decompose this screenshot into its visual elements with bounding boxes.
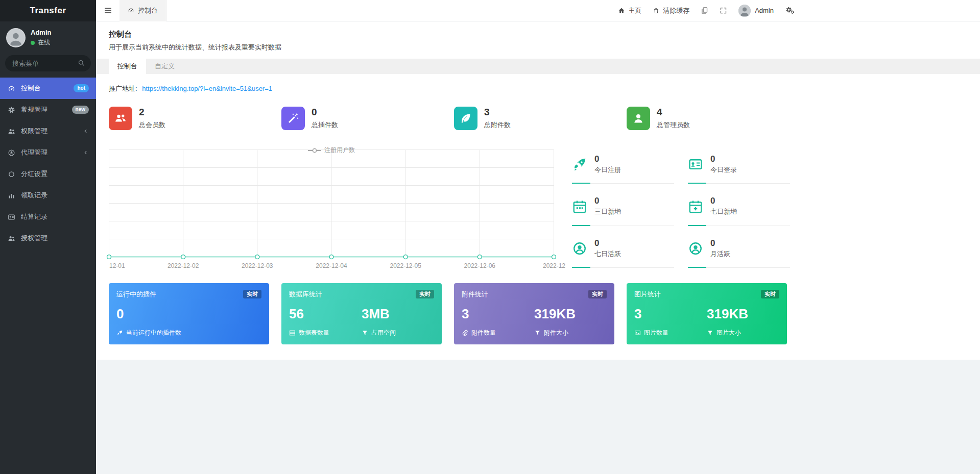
- topbar-user-menu[interactable]: Admin: [738, 5, 774, 17]
- panel-body: 推广地址: https://thekking.top/?l=en&invite=…: [96, 74, 980, 360]
- fullscreen-button[interactable]: [720, 7, 727, 14]
- panel-tabstrip: 控制台 自定义: [96, 59, 980, 74]
- rocket-icon: [116, 330, 123, 336]
- legend-marker-icon: [308, 148, 321, 153]
- online-dot-icon: [31, 41, 35, 45]
- home-label: 主页: [628, 6, 641, 15]
- topbar-username: Admin: [755, 7, 774, 14]
- mini-stat-today-login: 0 今日登录: [688, 145, 790, 184]
- card-descs: 当前运行中的插件数: [116, 329, 261, 337]
- mini-label: 三日新增: [594, 207, 621, 216]
- card-value: 3: [462, 307, 534, 320]
- card-desc-label: 数据表数量: [299, 329, 329, 337]
- dashboard-icon: [128, 7, 134, 14]
- sidebar-item-label: 领取记录: [21, 191, 47, 200]
- sidebar-item-dashboard[interactable]: 控制台 hot: [0, 78, 96, 99]
- sidebar-item-dividend[interactable]: 分红设置: [0, 163, 96, 185]
- users-icon: [7, 235, 15, 242]
- gear-icon: [7, 106, 15, 114]
- copy-pages-button[interactable]: [701, 7, 708, 14]
- stat-value: 4: [657, 107, 690, 118]
- card-database-stats: 数据库统计 实时 56 3MB: [281, 283, 442, 344]
- mini-value: 0: [594, 239, 621, 247]
- mini-value: 0: [710, 196, 737, 205]
- sidebar-toggle-button[interactable]: [96, 0, 119, 21]
- promo-link[interactable]: https://thekking.top/?l=en&invite=51&use…: [142, 85, 272, 92]
- sidebar-item-label: 结算记录: [21, 212, 47, 221]
- user-avatar[interactable]: [6, 28, 26, 47]
- card-desc-label: 当前运行中的插件数: [126, 329, 181, 337]
- content-area: 控制台 用于展示当前系统中的统计数据、统计报表及重要实时数据 控制台 自定义 推…: [96, 21, 980, 474]
- funnel-icon: [362, 330, 368, 336]
- home-button[interactable]: 主页: [618, 6, 641, 15]
- stats-row: 2 总会员数 0 总插件数: [109, 107, 799, 130]
- settings-button[interactable]: [785, 7, 795, 14]
- app-title: Transfer: [0, 0, 96, 21]
- mini-label: 今日登录: [710, 165, 737, 174]
- sidebar: Transfer Admin 在线: [0, 0, 96, 474]
- members-icon: [109, 107, 132, 130]
- card-desc: 数据表数量: [289, 329, 362, 337]
- bars-icon: [7, 192, 15, 199]
- stat-value: 2: [139, 107, 165, 118]
- sidebar-item-agents[interactable]: 代理管理: [0, 142, 96, 163]
- card-value2: 3MB: [362, 307, 434, 320]
- tab-custom[interactable]: 自定义: [146, 59, 183, 74]
- mini-text: 0 七日活跃: [594, 239, 621, 259]
- mini-label: 月活跃: [710, 250, 730, 259]
- sidebar-item-label: 控制台: [21, 84, 41, 93]
- mini-stat-month-active: 0 月活跃: [688, 230, 790, 268]
- avatar-icon: [738, 5, 751, 17]
- copy-icon: [701, 7, 708, 14]
- user-name: Admin: [31, 29, 51, 37]
- legend-label: 注册用户数: [324, 146, 355, 155]
- chevron-left-icon: [83, 128, 89, 134]
- stat-attachments: 3 总附件数: [454, 107, 614, 130]
- user-status: 在线: [31, 38, 51, 47]
- stat-label: 总管理员数: [657, 120, 690, 130]
- chart-legend: 注册用户数: [109, 146, 554, 155]
- x-tick: 2022-12-06: [464, 262, 496, 269]
- card-values: 3 319KB: [634, 307, 779, 320]
- tab-dashboard[interactable]: 控制台: [109, 59, 146, 74]
- promo-line: 推广地址: https://thekking.top/?l=en&invite=…: [109, 84, 967, 93]
- card-desc-label: 图片数量: [644, 329, 668, 337]
- card-running-plugins: 运行中的插件 实时 0 当前: [109, 283, 269, 344]
- mini-text: 0 三日新增: [594, 196, 621, 216]
- trash-icon: [653, 7, 660, 14]
- topbar-tab-dashboard[interactable]: 控制台: [119, 0, 166, 21]
- avatar-icon: [7, 29, 25, 46]
- users-icon: [7, 128, 15, 135]
- mini-label: 七日新增: [710, 207, 737, 216]
- card-descs: 图片数量 图片大小: [634, 329, 779, 337]
- card-value: 56: [289, 307, 362, 320]
- id-card-icon: [688, 157, 705, 172]
- card-title: 附件统计: [462, 290, 488, 299]
- sidebar-item-general[interactable]: 常规管理 new: [0, 99, 96, 120]
- funnel-icon: [534, 330, 541, 336]
- summary-cards-row: 运行中的插件 实时 0 当前: [109, 283, 799, 344]
- card-desc2-label: 图片大小: [716, 329, 741, 337]
- card-top: 数据库统计 实时: [289, 290, 434, 299]
- sidebar-item-settlement[interactable]: 结算记录: [0, 206, 96, 228]
- sidebar-item-permissions[interactable]: 权限管理: [0, 120, 96, 142]
- chevron-left-icon: [83, 149, 89, 156]
- card-desc2: 附件大小: [534, 329, 607, 337]
- stat-label: 总附件数: [484, 120, 511, 130]
- table-icon: [289, 330, 296, 336]
- mini-text: 0 七日新增: [710, 196, 737, 216]
- clear-cache-label: 清除缓存: [663, 6, 689, 15]
- sidebar-item-claims[interactable]: 领取记录: [0, 185, 96, 206]
- x-tick: 2022-12-04: [316, 262, 347, 269]
- sidebar-item-authorization[interactable]: 授权管理: [0, 228, 96, 249]
- clear-cache-button[interactable]: 清除缓存: [653, 6, 689, 15]
- card-attachment-stats: 附件统计 实时 3 319KB: [454, 283, 614, 344]
- x-tick: 12-01: [109, 262, 125, 269]
- search-icon[interactable]: [78, 59, 85, 67]
- sidebar-item-label: 分红设置: [21, 169, 47, 179]
- mini-value: 0: [710, 239, 730, 247]
- mini-stat-7day-new: 0 七日新增: [688, 188, 790, 226]
- user-panel: Admin 在线: [0, 21, 96, 53]
- admin-user-icon: [627, 107, 650, 130]
- hot-badge: hot: [74, 84, 89, 92]
